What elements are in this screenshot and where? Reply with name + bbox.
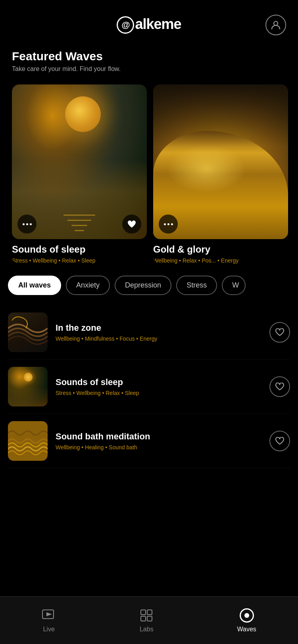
- svg-rect-4: [141, 610, 146, 615]
- logo-at-symbol: @: [117, 16, 134, 34]
- small-moon: [24, 373, 33, 381]
- dot-g2: [167, 223, 169, 225]
- app-logo: @alkeme: [117, 16, 181, 34]
- filter-pills-row: All waves Anxiety Depression Stress W: [0, 264, 298, 299]
- labs-icon: [139, 608, 154, 623]
- filter-depression[interactable]: Depression: [115, 276, 171, 295]
- card-title-gold: Gold & glory: [153, 244, 288, 255]
- heart-filled-icon: [127, 220, 136, 228]
- nav-label-waves: Waves: [237, 626, 256, 633]
- list-title-sleep: Sounds of sleep: [56, 377, 261, 387]
- card-info-sleep: Sounds of sleep Stress • Wellbeing • Rel…: [12, 239, 147, 264]
- svg-rect-6: [141, 616, 146, 621]
- thumb-bg-sleep: [8, 367, 48, 406]
- profile-icon: [270, 19, 281, 31]
- svg-rect-7: [147, 616, 152, 621]
- bath-pattern: [8, 421, 48, 461]
- card-sounds-of-sleep[interactable]: Sounds of sleep Stress • Wellbeing • Rel…: [12, 84, 147, 264]
- filter-all-waves[interactable]: All waves: [8, 276, 61, 295]
- sleep-water: [8, 387, 48, 406]
- favorite-button-sleep-list[interactable]: [269, 376, 290, 397]
- logo-text: alkeme: [135, 16, 181, 32]
- thumb-in-the-zone: [8, 312, 48, 352]
- list-title-zone: In the zone: [56, 323, 261, 333]
- filter-stress[interactable]: Stress: [176, 276, 217, 295]
- card-title-sleep: Sounds of sleep: [12, 244, 147, 255]
- card-tags-gold: Wellbeing • Relax • Pos... • Energy: [153, 257, 288, 264]
- bottom-navigation: Live Labs Waves: [0, 596, 298, 644]
- thumb-sound-bath: [8, 421, 48, 461]
- nav-item-waves[interactable]: Waves: [237, 608, 256, 633]
- favorite-button-zone[interactable]: [269, 322, 290, 343]
- filter-anxiety[interactable]: Anxiety: [66, 276, 110, 295]
- zone-pattern: [8, 312, 48, 352]
- svg-rect-5: [147, 610, 152, 615]
- moon-decoration: [65, 96, 101, 132]
- nav-item-live[interactable]: Live: [42, 608, 56, 633]
- header: @alkeme: [0, 0, 298, 42]
- list-tags-zone: Wellbeing • Mindfulness • Focus • Energy: [56, 335, 261, 342]
- featured-cards-row: Sounds of sleep Stress • Wellbeing • Rel…: [0, 77, 298, 264]
- thumb-sounds-of-sleep: [8, 367, 48, 406]
- list-item-in-the-zone[interactable]: In the zone Wellbeing • Mindfulness • Fo…: [8, 305, 290, 360]
- waves-list: In the zone Wellbeing • Mindfulness • Fo…: [0, 299, 298, 475]
- card-info-gold: Gold & glory Wellbeing • Relax • Pos... …: [153, 239, 288, 264]
- dot-3: [30, 223, 32, 225]
- card-actions-gold: [159, 215, 283, 234]
- featured-section: Featured Waves Take care of your mind. F…: [0, 42, 298, 77]
- svg-marker-3: [46, 612, 52, 616]
- list-title-bath: Sound bath meditation: [56, 431, 261, 442]
- waves-nav-icon: [240, 608, 254, 623]
- more-options-button[interactable]: [17, 215, 37, 234]
- filter-more[interactable]: W: [222, 276, 246, 295]
- card-gold-glory[interactable]: Gold & glory Wellbeing • Relax • Pos... …: [153, 84, 288, 264]
- dot-g1: [164, 223, 166, 225]
- nav-item-labs[interactable]: Labs: [139, 608, 154, 633]
- play-icon: [42, 608, 56, 623]
- waves-dot: [244, 613, 249, 618]
- thumb-bg-zone: [8, 312, 48, 352]
- list-item-sounds-of-sleep[interactable]: Sounds of sleep Stress • Wellbeing • Rel…: [8, 360, 290, 414]
- featured-subtitle: Take care of your mind. Find your flow.: [12, 65, 286, 73]
- gold-highlight: [167, 145, 246, 193]
- heart-outline-icon: [275, 328, 284, 336]
- heart-outline-icon-2: [275, 383, 284, 391]
- heart-outline-icon-3: [275, 437, 284, 445]
- card-tags-sleep: Stress • Wellbeing • Relax • Sleep: [12, 257, 147, 264]
- card-image-gold: [153, 84, 288, 239]
- dot-g3: [171, 223, 173, 225]
- favorite-button-bath[interactable]: [269, 431, 290, 451]
- list-tags-bath: Wellbeing • Healing • Sound bath: [56, 444, 261, 450]
- more-options-button-gold[interactable]: [159, 215, 178, 234]
- list-item-sound-bath[interactable]: Sound bath meditation Wellbeing • Healin…: [8, 414, 290, 468]
- card-actions-sleep: [17, 215, 141, 234]
- featured-title: Featured Waves: [12, 50, 286, 63]
- favorite-button-sleep[interactable]: [122, 215, 141, 234]
- gold-top-shadow: [153, 84, 288, 146]
- list-tags-sleep: Stress • Wellbeing • Relax • Sleep: [56, 390, 261, 396]
- nav-label-live: Live: [43, 626, 54, 633]
- svg-rect-1: [8, 421, 48, 461]
- svg-point-0: [274, 21, 278, 25]
- profile-button[interactable]: [265, 15, 286, 35]
- list-info-bath: Sound bath meditation Wellbeing • Healin…: [56, 431, 261, 450]
- list-info-sleep: Sounds of sleep Stress • Wellbeing • Rel…: [56, 377, 261, 396]
- dot-2: [26, 223, 28, 225]
- list-info-zone: In the zone Wellbeing • Mindfulness • Fo…: [56, 323, 261, 342]
- card-image-sleep: [12, 84, 147, 239]
- thumb-bg-gold: [8, 421, 48, 461]
- nav-label-labs: Labs: [140, 626, 154, 633]
- dot-1: [23, 223, 25, 225]
